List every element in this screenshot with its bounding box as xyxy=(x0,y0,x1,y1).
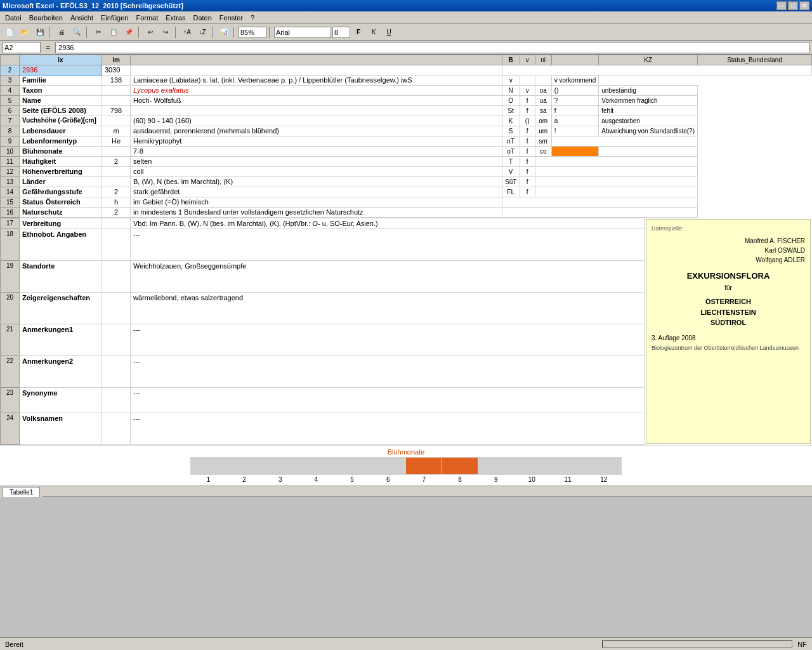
lebensdauer-code1: S xyxy=(502,126,520,136)
anm1-label[interactable]: Anmerkungen1 xyxy=(20,324,102,356)
gefahrdung-label[interactable]: Gefährdungsstufe xyxy=(20,187,102,197)
formula-content[interactable]: 2936 xyxy=(55,42,809,53)
sheet-tab-1[interactable]: Tabelle1 xyxy=(3,487,40,497)
orange-cell xyxy=(551,147,599,157)
sort-asc-button[interactable]: ↑A xyxy=(180,26,194,39)
name-num xyxy=(102,96,131,106)
menu-datei[interactable]: Datei xyxy=(1,13,25,23)
taxon-code5: unbeständig xyxy=(599,86,698,96)
window-controls[interactable]: — □ ✕ xyxy=(776,1,809,10)
hohen-code2: f xyxy=(520,167,535,177)
menu-format[interactable]: Format xyxy=(132,13,162,23)
month-bar-12 xyxy=(586,458,621,474)
volks-label[interactable]: Volksnamen xyxy=(20,413,102,445)
familie-num[interactable]: 138 xyxy=(102,76,131,86)
minimize-button[interactable]: — xyxy=(776,1,787,10)
menu-extras[interactable]: Extras xyxy=(162,13,189,23)
scrollbar-h[interactable] xyxy=(602,640,792,648)
verbreitung-row-num: 17 xyxy=(1,218,20,229)
new-button[interactable]: 📄 xyxy=(3,26,16,39)
menu-daten[interactable]: Daten xyxy=(189,13,215,23)
cell-b2[interactable]: 3030 xyxy=(102,65,131,76)
col-g-header xyxy=(551,55,599,65)
menu-ansicht[interactable]: Ansicht xyxy=(67,13,97,23)
standorte-label[interactable]: Standorte xyxy=(20,261,102,293)
row-9-num: 9 xyxy=(1,136,20,147)
font-size-select[interactable] xyxy=(332,27,350,38)
anm2-label[interactable]: Anmerkungen2 xyxy=(20,356,102,388)
name-label[interactable]: Name xyxy=(20,96,102,106)
haufigkeit-num[interactable]: 2 xyxy=(102,157,131,167)
menu-fenster[interactable]: Fenster xyxy=(216,13,247,23)
print-button[interactable]: 🖨 xyxy=(55,26,69,39)
copy-button[interactable]: 📋 xyxy=(107,26,121,39)
familie-value: Lamiaceae (Labiatae) s. lat. (inkl. Verb… xyxy=(131,76,502,86)
menu-bearbeiten[interactable]: Bearbeiten xyxy=(25,13,67,23)
preview-button[interactable]: 🔍 xyxy=(70,26,84,39)
menu-help[interactable]: ? xyxy=(247,13,258,23)
month-label-5: 5 xyxy=(334,476,370,483)
lebensdauer-num[interactable]: m xyxy=(102,126,131,136)
naturschutz-label[interactable]: Naturschutz xyxy=(20,208,102,218)
bold-button[interactable]: F xyxy=(351,26,365,39)
vuchs-label[interactable]: Vuchshöhe (-Größe)[cm] xyxy=(20,116,102,126)
seite-num[interactable]: 798 xyxy=(102,106,131,116)
cut-button[interactable]: ✂ xyxy=(91,26,105,39)
italic-button[interactable]: K xyxy=(367,26,381,39)
author3: Wolfgang ADLER xyxy=(652,255,805,265)
bluhmonate-label[interactable]: Blühmonate xyxy=(20,147,102,157)
ethnobot-label[interactable]: Ethnobot. Angaben xyxy=(20,229,102,261)
anm1-row-num: 21 xyxy=(1,324,20,356)
lebenformentyp-label[interactable]: Lebenformentyp xyxy=(20,136,102,147)
familie-code-kz xyxy=(535,76,551,86)
anmerkungen1-row: 21 Anmerkungen1 --- xyxy=(1,324,645,356)
status-right: NF xyxy=(602,640,807,648)
haufigkeit-code1: T xyxy=(502,157,520,167)
cell-reference[interactable]: A2 xyxy=(3,42,41,53)
gefahrdung-code1: FL xyxy=(502,187,520,197)
close-button[interactable]: ✕ xyxy=(799,1,809,10)
menu-einfugen[interactable]: Einfügen xyxy=(97,13,132,23)
col-b-header[interactable]: im xyxy=(102,55,131,65)
cell-a2[interactable]: 2936 xyxy=(20,65,102,76)
seite-label[interactable]: Seite (EFÖLS 2008) xyxy=(20,106,102,116)
ethnobot-row-num: 18 xyxy=(1,229,20,261)
lander-label[interactable]: Länder xyxy=(20,177,102,187)
lebensdauer-label[interactable]: Lebensdauer xyxy=(20,126,102,136)
syn-label[interactable]: Synonyme xyxy=(20,388,102,413)
open-button[interactable]: 📂 xyxy=(18,26,32,39)
taxon-label[interactable]: Taxon xyxy=(20,86,102,96)
haufigkeit-row: 11 Häufigkeit 2 selten T f xyxy=(1,157,812,167)
verbreitung-label[interactable]: Verbreitung xyxy=(20,218,102,229)
redo-button[interactable]: ↪ xyxy=(159,26,173,39)
row-3-num: 3 xyxy=(1,76,20,86)
volks-value: --- xyxy=(131,413,645,445)
author2: Karl OSWALD xyxy=(652,246,805,255)
maximize-button[interactable]: □ xyxy=(788,1,798,10)
undo-button[interactable]: ↩ xyxy=(143,26,157,39)
familie-label[interactable]: Familie xyxy=(20,76,102,86)
status-label[interactable]: Status Österreich xyxy=(20,197,102,208)
zoom-input[interactable] xyxy=(239,27,266,38)
status-num[interactable]: h xyxy=(102,197,131,208)
gefahrdung-value: stark gefährdet xyxy=(131,187,502,197)
sort-desc-button[interactable]: ↓Z xyxy=(195,26,209,39)
paste-button[interactable]: 📌 xyxy=(122,26,136,39)
hohen-label[interactable]: Höhenverbreitung xyxy=(20,167,102,177)
gefahrdung-num[interactable]: 2 xyxy=(102,187,131,197)
lebenformentyp-num[interactable]: He xyxy=(102,136,131,147)
zeiger-label[interactable]: Zeigereigenschaften xyxy=(20,293,102,324)
haufigkeit-label[interactable]: Häufigkeit xyxy=(20,157,102,167)
naturschutz-num[interactable]: 2 xyxy=(102,208,131,218)
font-select[interactable] xyxy=(274,27,331,38)
save-button[interactable]: 💾 xyxy=(33,26,47,39)
separator-4 xyxy=(175,27,178,38)
row-16-num: 16 xyxy=(1,208,20,218)
col-a-header[interactable]: ix xyxy=(20,55,102,65)
chart-button[interactable]: 📊 xyxy=(217,26,231,39)
col-c-header xyxy=(131,55,502,65)
title-bar: Microsoft Excel - EFÖLS3_12_2010 [Schrei… xyxy=(0,0,812,11)
month-bar-8 xyxy=(442,458,478,474)
underline-button[interactable]: U xyxy=(382,26,396,39)
authors: Manfred A. FISCHER Karl OSWALD Wolfgang … xyxy=(652,236,805,265)
